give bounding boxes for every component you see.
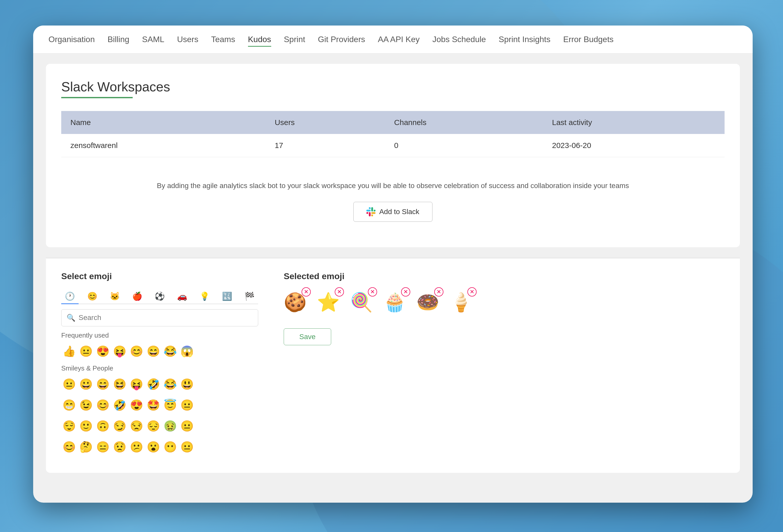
emoji-joy[interactable]: 😂 (162, 343, 178, 359)
nav-item-jobs-schedule[interactable]: Jobs Schedule (433, 32, 486, 47)
emoji-s5[interactable]: 😝 (129, 376, 145, 392)
nav-item-sprint[interactable]: Sprint (284, 32, 305, 47)
nav-item-users[interactable]: Users (177, 32, 198, 47)
add-to-slack-label: Add to Slack (379, 208, 419, 216)
nav-item-sprint-insights[interactable]: Sprint Insights (499, 32, 551, 47)
nav-item-kudos[interactable]: Kudos (248, 32, 271, 47)
emoji-s3[interactable]: 😄 (95, 376, 111, 392)
emoji-s32[interactable]: 😐 (179, 439, 195, 455)
smileys-grid-2: 😁 😉 😊 🤣 😍 🤩 😇 😐 (61, 397, 258, 413)
remove-star-button[interactable]: ✕ (335, 287, 344, 296)
emoji-s25[interactable]: 😊 (61, 439, 77, 455)
emoji-s20[interactable]: 😏 (112, 418, 128, 434)
emoji-thumbsup[interactable]: 👍 (61, 343, 77, 359)
emoji-tab-smileys[interactable]: 😊 (84, 289, 101, 304)
emoji-tab-symbols[interactable]: 🔣 (218, 289, 236, 304)
workspace-channels: 0 (385, 134, 543, 157)
search-input[interactable] (79, 314, 253, 322)
emoji-s15[interactable]: 😇 (162, 397, 178, 413)
emoji-s14[interactable]: 🤩 (146, 397, 161, 413)
smileys-grid-4: 😊 🤔 😑 😟 😕 😮 😶 😐 (61, 439, 258, 455)
selected-emoji-icecream: ✕ 🍦 (449, 291, 472, 313)
emoji-scream[interactable]: 😱 (179, 343, 195, 359)
selected-emoji-title: Selected emoji (284, 271, 725, 281)
title-underline (61, 97, 133, 98)
emoji-tab-food[interactable]: 🍎 (129, 289, 146, 304)
emoji-s16[interactable]: 😐 (179, 397, 195, 413)
nav-item-teams[interactable]: Teams (211, 32, 235, 47)
emoji-tab-flags[interactable]: 🏁 (241, 289, 258, 304)
remove-lollipop-button[interactable]: ✕ (368, 287, 377, 296)
nav-bar: Organisation Billing SAML Users Teams Ku… (33, 26, 753, 54)
nav-item-aa-api-key[interactable]: AA API Key (378, 32, 420, 47)
nav-item-billing[interactable]: Billing (107, 32, 129, 47)
page-title: Slack Workspaces (61, 79, 725, 94)
emoji-s2[interactable]: 😀 (78, 376, 94, 392)
selected-emoji-star: ✕ ⭐ (317, 291, 340, 313)
emoji-s21[interactable]: 😒 (129, 418, 145, 434)
emoji-s17[interactable]: 😌 (61, 418, 77, 434)
emoji-s30[interactable]: 😮 (146, 439, 161, 455)
selected-emoji-list: ✕ 🍪 ✕ ⭐ ✕ 🍭 ✕ 🧁 ✕ 🍩 (284, 291, 725, 313)
emoji-tab-travel[interactable]: 🚗 (174, 289, 191, 304)
emoji-search-box[interactable]: 🔍 (61, 309, 258, 326)
nav-item-saml[interactable]: SAML (142, 32, 164, 47)
emoji-s8[interactable]: 😃 (179, 376, 195, 392)
emoji-tab-recent[interactable]: 🕐 (61, 289, 79, 304)
app-window: Organisation Billing SAML Users Teams Ku… (33, 26, 753, 503)
selected-emoji-donut: ✕ 🍩 (416, 291, 439, 313)
remove-cupcake-button[interactable]: ✕ (401, 287, 410, 296)
emoji-s24[interactable]: 😐 (179, 418, 195, 434)
smileys-people-label: Smileys & People (61, 364, 258, 372)
emoji-s28[interactable]: 😟 (112, 439, 128, 455)
add-to-slack-button[interactable]: Add to Slack (353, 202, 432, 222)
remove-icecream-button[interactable]: ✕ (467, 287, 477, 296)
frequently-used-label: Frequently used (61, 332, 258, 339)
emoji-s6[interactable]: 🤣 (146, 376, 161, 392)
emoji-s27[interactable]: 😑 (95, 439, 111, 455)
selected-emoji-cookie: ✕ 🍪 (284, 291, 307, 313)
emoji-neutral[interactable]: 😐 (78, 343, 94, 359)
emoji-s4[interactable]: 😆 (112, 376, 128, 392)
col-users: Users (265, 111, 385, 134)
emoji-grin[interactable]: 😄 (146, 343, 161, 359)
emoji-s13[interactable]: 😍 (129, 397, 145, 413)
emoji-heart-eyes[interactable]: 😍 (95, 343, 111, 359)
emoji-s26[interactable]: 🤔 (78, 439, 94, 455)
emoji-category-tabs: 🕐 😊 🐱 🍎 ⚽ 🚗 💡 🔣 🏁 (61, 289, 258, 304)
emoji-tab-objects[interactable]: 💡 (196, 289, 213, 304)
smileys-grid-3: 😌 🙂 🙃 😏 😒 😔 🤢 😐 (61, 418, 258, 434)
emoji-s9[interactable]: 😁 (61, 397, 77, 413)
emoji-s1[interactable]: 😐 (61, 376, 77, 392)
slack-workspaces-section: Slack Workspaces Name Users Channels Las… (46, 64, 740, 247)
col-last-activity: Last activity (543, 111, 725, 134)
emoji-s22[interactable]: 😔 (146, 418, 161, 434)
workspace-last-activity: 2023-06-20 (543, 134, 725, 157)
emoji-section: Select emoji 🕐 😊 🐱 🍎 ⚽ 🚗 💡 🔣 🏁 🔍 Frequen… (46, 258, 740, 473)
selected-emoji-lollipop: ✕ 🍭 (350, 291, 373, 313)
emoji-s31[interactable]: 😶 (162, 439, 178, 455)
emoji-s18[interactable]: 🙂 (78, 418, 94, 434)
remove-cookie-button[interactable]: ✕ (302, 287, 311, 296)
emoji-s23[interactable]: 🤢 (162, 418, 178, 434)
emoji-s10[interactable]: 😉 (78, 397, 94, 413)
emoji-s19[interactable]: 🙃 (95, 418, 111, 434)
nav-item-organisation[interactable]: Organisation (49, 32, 95, 47)
emoji-tab-activity[interactable]: ⚽ (151, 289, 168, 304)
emoji-tab-nature[interactable]: 🐱 (106, 289, 124, 304)
emoji-select-panel: Select emoji 🕐 😊 🐱 🍎 ⚽ 🚗 💡 🔣 🏁 🔍 Frequen… (61, 271, 258, 460)
emoji-smile[interactable]: 😊 (129, 343, 145, 359)
col-channels: Channels (385, 111, 543, 134)
slack-info-text: By adding the agile analytics slack bot … (71, 180, 714, 192)
slack-logo-icon (366, 207, 376, 216)
emoji-s29[interactable]: 😕 (129, 439, 145, 455)
nav-item-error-budgets[interactable]: Error Budgets (563, 32, 613, 47)
emoji-tongue[interactable]: 😝 (112, 343, 128, 359)
save-button[interactable]: Save (284, 328, 331, 345)
emoji-s7[interactable]: 😂 (162, 376, 178, 392)
select-emoji-title: Select emoji (61, 271, 258, 281)
emoji-s12[interactable]: 🤣 (112, 397, 128, 413)
nav-item-git-providers[interactable]: Git Providers (318, 32, 365, 47)
emoji-s11[interactable]: 😊 (95, 397, 111, 413)
remove-donut-button[interactable]: ✕ (434, 287, 443, 296)
